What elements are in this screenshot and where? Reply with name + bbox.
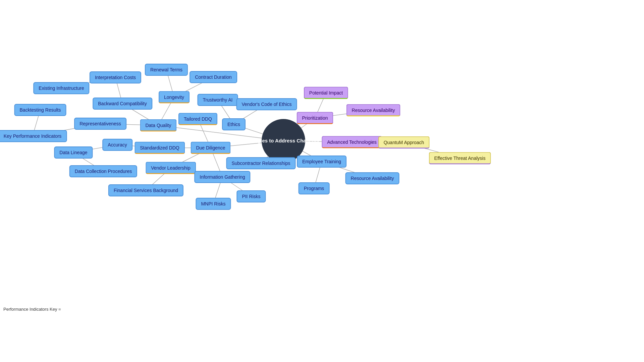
potential-impact-node: Potential Impact: [304, 87, 348, 99]
employee-training-node: Employee Training: [297, 156, 346, 168]
financial-services-background-node: Financial Services Background: [108, 184, 183, 196]
mnpi-risks-node: MNPI Risks: [196, 198, 231, 210]
prioritization-node: Prioritization: [297, 112, 333, 124]
data-collection-procedures-node: Data Collection Procedures: [69, 165, 137, 177]
representativeness-node: Representativeness: [74, 118, 126, 130]
resource-availability-bottom-node: Resource Availability: [345, 172, 399, 184]
accuracy-node: Accuracy: [102, 139, 132, 151]
ethics-node: Ethics: [222, 118, 246, 130]
mindmap-container: Strategies to Address ChallengesRenewal …: [0, 0, 644, 362]
quantum-approach-node: QuantuM Approach: [378, 136, 430, 149]
legend-text: Performance Indicators Key =: [3, 307, 61, 312]
due-diligence-node: Due Diligence: [191, 142, 230, 154]
pii-risks-node: PII Risks: [236, 190, 266, 202]
advanced-technologies-node: Advanced Technologies: [322, 136, 382, 148]
backtesting-results-node: Backtesting Results: [14, 104, 66, 116]
standardized-ddq-node: Standardized DDQ: [135, 142, 185, 154]
vendors-code-of-ethics-node: Vendor's Code of Ethics: [236, 98, 297, 110]
resource-availability-top-node: Resource Availability: [346, 104, 400, 117]
backward-compatibility-node: Backward Compatibility: [93, 98, 152, 110]
data-quality-node: Data Quality: [140, 119, 176, 132]
information-gathering-node: Information Gathering: [194, 171, 250, 183]
interpretation-costs-node: Interpretation Costs: [90, 71, 141, 83]
effective-threat-analysis-node: Effective Threat Analysis: [429, 152, 491, 165]
data-lineage-node: Data Lineage: [54, 146, 93, 159]
vendor-leadership-node: Vendor Leadership: [146, 162, 196, 174]
existing-infrastructure-node: Existing Infrastructure: [33, 82, 89, 94]
subcontractor-relationships-node: Subcontractor Relationships: [226, 157, 296, 169]
tailored-ddq-node: Tailored DDQ: [178, 113, 217, 125]
key-performance-indicators-node: Key Performance Indicators: [0, 130, 67, 142]
renewal-terms-node: Renewal Terms: [145, 64, 188, 76]
contract-duration-node: Contract Duration: [190, 71, 237, 83]
trustworthy-ai-node: Trustworthy AI: [198, 94, 238, 106]
longevity-node: Longevity: [159, 91, 190, 104]
connections-svg: [0, 0, 644, 362]
programs-node: Programs: [299, 182, 330, 194]
